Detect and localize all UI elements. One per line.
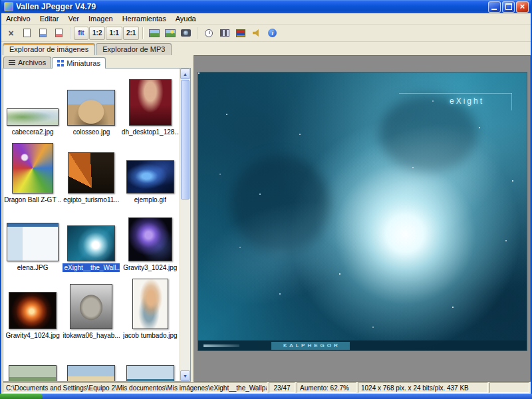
tab-archivos[interactable]: Archivos xyxy=(3,57,51,68)
landscape-glyph xyxy=(149,29,160,37)
star-field xyxy=(198,72,527,350)
scrollbar-track[interactable] xyxy=(180,200,190,370)
sub-tab-bar: Archivos Miniaturas xyxy=(3,55,191,68)
grid-icon xyxy=(57,60,60,63)
landscape-sun-glyph xyxy=(165,29,176,37)
library-icon[interactable] xyxy=(233,26,248,41)
zoom-half-button[interactable]: 1:2 xyxy=(89,27,105,40)
thumbnail-item[interactable]: cabecera2.jpg xyxy=(3,70,62,138)
thumbnail-image xyxy=(9,292,57,329)
thumbnail-label: Dragon Ball Z-GT ... xyxy=(4,196,61,204)
thumbnail-item[interactable]: elena.JPG xyxy=(3,205,62,273)
camera-icon[interactable] xyxy=(178,26,194,41)
tab-archivos-label: Archivos xyxy=(18,59,46,66)
document-red-glyph xyxy=(55,29,63,37)
thumbnail-image xyxy=(9,365,57,381)
menu-herramientas[interactable]: Herramientas xyxy=(118,14,171,23)
sound-icon[interactable] xyxy=(249,26,264,41)
tab-miniaturas[interactable]: Miniaturas xyxy=(52,57,106,68)
taskbar[interactable] xyxy=(0,394,532,399)
vertical-scrollbar[interactable] xyxy=(180,68,190,381)
thumbnail-label: elena.JPG xyxy=(17,263,49,272)
title-bar: Vallen JPegger V4.79 xyxy=(1,0,531,13)
next-image-icon[interactable] xyxy=(162,26,178,41)
thumbnail-item[interactable]: Gravity3_1024.jpg xyxy=(121,205,180,273)
thumbnail-item[interactable]: Dragon Ball Z-GT ... xyxy=(3,138,62,205)
thumbnail-label: eXight__the_Wall... xyxy=(63,263,120,272)
thumbnail-label: itokawa06_hayab... xyxy=(63,331,120,340)
filmstrip-icon[interactable] xyxy=(217,26,232,41)
tiny-credit-text xyxy=(203,344,239,347)
toolbar-separator xyxy=(70,27,70,39)
tab-mp3-explorer[interactable]: Explorador de MP3 xyxy=(96,43,172,55)
thumbnail-grid: cabecera2.jpg colosseo.jpg dh_desktop1_1… xyxy=(3,68,180,381)
window-controls xyxy=(487,1,529,13)
clock-glyph xyxy=(205,29,213,37)
thumbnail-label: ejemplo.gif xyxy=(134,196,166,204)
menu-imagen[interactable]: Imagen xyxy=(84,14,118,23)
thumbnail-item[interactable]: itokawa06_hayab... xyxy=(62,273,120,341)
thumbnail-item[interactable] xyxy=(121,341,180,381)
zoom-fit-button[interactable]: fit xyxy=(74,27,88,40)
thumbnail-image xyxy=(67,225,115,261)
list-icon xyxy=(9,60,15,61)
content-area: Archivos Miniaturas cabecera2.jpg coloss… xyxy=(1,55,531,382)
thumbnail-item[interactable]: colosseo.jpg xyxy=(62,70,120,138)
prev-image-icon[interactable] xyxy=(146,26,162,41)
info-icon[interactable] xyxy=(265,26,280,41)
thumbnail-item[interactable] xyxy=(62,341,120,381)
delete-icon[interactable] xyxy=(3,26,19,41)
menu-ver[interactable]: Ver xyxy=(63,14,84,23)
x-glyph xyxy=(8,28,13,39)
thumbnail-item[interactable]: ejemplo.gif xyxy=(121,138,180,205)
thumbnail-item[interactable]: dh_desktop1_128... xyxy=(121,70,180,138)
books-glyph xyxy=(236,29,245,37)
info-glyph xyxy=(268,29,277,37)
thumbnail-item[interactable]: jacob tumbado.jpg xyxy=(121,273,180,341)
exight-watermark: eXight xyxy=(450,96,484,106)
timer-icon[interactable] xyxy=(201,26,216,41)
app-icon xyxy=(4,2,13,11)
thumbnail-image xyxy=(128,217,172,261)
zoom-actual-button[interactable]: 1:1 xyxy=(106,27,122,40)
thumbnail-label: Gravity4_1024.jpg xyxy=(6,331,60,340)
minimize-button[interactable] xyxy=(488,1,501,13)
scroll-up-button[interactable] xyxy=(180,68,190,79)
toolbar: fit 1:2 1:1 2:1 xyxy=(1,25,531,42)
thumbnail-image xyxy=(68,152,114,194)
thumbnail-image xyxy=(129,79,172,126)
scroll-down-button[interactable] xyxy=(180,370,190,381)
app-window: Vallen JPegger V4.79 Archivo Editar Ver … xyxy=(0,0,532,394)
thumbnail-image xyxy=(7,108,59,126)
status-zoom: Aumento: 62.7% xyxy=(297,382,356,393)
thumbnail-image xyxy=(7,223,59,261)
zoom-double-button[interactable]: 2:1 xyxy=(123,27,139,40)
start-button[interactable] xyxy=(0,394,43,399)
thumbnail-image xyxy=(132,279,168,329)
move-icon[interactable] xyxy=(35,26,51,41)
thumbnail-image xyxy=(67,365,115,381)
maximize-button[interactable] xyxy=(502,1,515,13)
thumbnail-item[interactable]: egipto_turismo11... xyxy=(62,138,120,205)
thumbnail-item[interactable]: Gravity4_1024.jpg xyxy=(3,273,62,341)
close-button[interactable] xyxy=(516,1,529,13)
status-path: C:\Documents and Settings\Equipo 2\Mis d… xyxy=(3,382,267,393)
thumbnail-label: Gravity3_1024.jpg xyxy=(123,263,177,272)
copy-icon[interactable] xyxy=(19,26,35,41)
tab-miniaturas-label: Miniaturas xyxy=(66,59,100,67)
menu-archivo[interactable]: Archivo xyxy=(1,14,35,23)
menu-bar: Archivo Editar Ver Imagen Herramientas A… xyxy=(1,13,531,25)
thumbnail-item[interactable]: eXight__the_Wall... xyxy=(62,205,120,273)
thumbnail-image xyxy=(126,160,174,194)
hud-line xyxy=(399,93,512,94)
scrollbar-thumb[interactable] xyxy=(181,80,190,200)
rename-icon[interactable] xyxy=(51,26,66,41)
menu-editar[interactable]: Editar xyxy=(35,14,64,23)
browser-pane: Archivos Miniaturas cabecera2.jpg coloss… xyxy=(3,55,191,382)
menu-ayuda[interactable]: Ayuda xyxy=(171,14,201,23)
thumbnail-image xyxy=(70,284,112,329)
screen: Vallen JPegger V4.79 Archivo Editar Ver … xyxy=(0,0,532,399)
tab-image-explorer[interactable]: Explorador de imágenes xyxy=(3,43,95,55)
kalphegor-label: KALPHEGOR xyxy=(271,342,350,350)
thumbnail-item[interactable] xyxy=(3,341,62,381)
